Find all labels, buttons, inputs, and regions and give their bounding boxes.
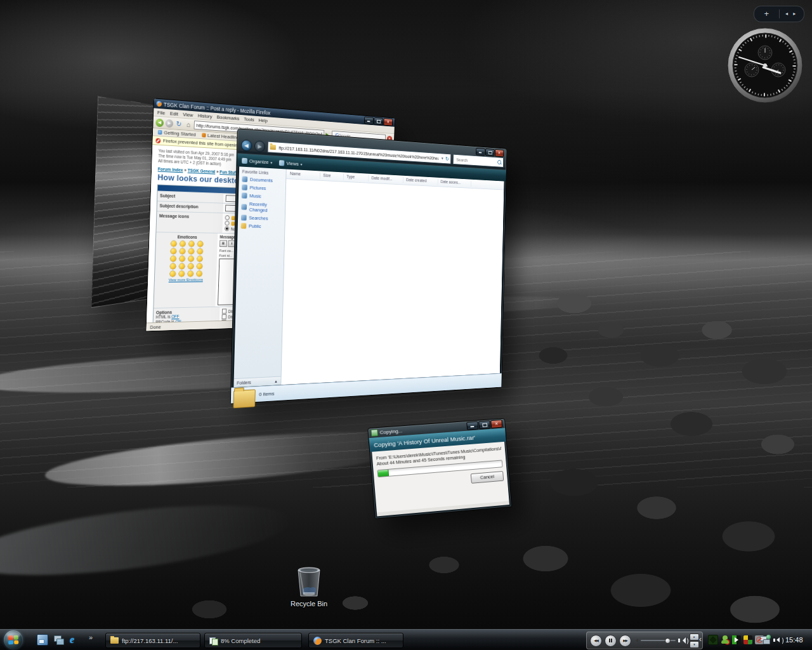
taskbar-button-firefox[interactable]: TSGK Clan Forum :: ... (308, 633, 403, 648)
tray-app-icon[interactable] (743, 635, 752, 644)
network-icon[interactable] (760, 635, 770, 644)
emoticon-icon[interactable] (197, 256, 202, 262)
cancel-button[interactable]: Cancel (471, 471, 504, 484)
column-name[interactable]: Name (290, 171, 301, 176)
column-type[interactable]: Type (346, 175, 355, 179)
menu-file[interactable]: File (157, 109, 166, 116)
pictures-icon (242, 185, 247, 190)
tray-messenger-icon[interactable] (721, 635, 730, 644)
column-date-accessed[interactable]: Date acces... (440, 180, 461, 185)
column-date-modified[interactable]: Date modif... (371, 176, 392, 181)
start-button[interactable] (4, 630, 23, 649)
gadget-page-arrows[interactable]: ◂ ▸ (780, 7, 804, 21)
next-track-button[interactable]: ▶▶ (619, 635, 631, 647)
emoticon-icon[interactable] (171, 241, 177, 246)
tray-media-icon[interactable] (732, 635, 741, 644)
emoticon-icon[interactable] (188, 249, 194, 255)
search-input[interactable] (455, 156, 496, 165)
popup-blocked-icon (155, 138, 160, 143)
views-button[interactable]: Views▾ (279, 160, 302, 167)
copy-dialog[interactable]: Copying... × Copying 'A History Of Unrea… (367, 418, 512, 519)
pause-button[interactable] (605, 635, 617, 647)
file-list-empty[interactable] (281, 179, 504, 385)
maximize-button[interactable] (478, 420, 490, 429)
volume-slider[interactable] (641, 640, 676, 641)
refresh-icon[interactable]: ↻ (445, 156, 449, 161)
firefox-icon (313, 637, 322, 645)
quick-launch-overflow-chevron[interactable]: » (89, 633, 93, 641)
menu-history[interactable]: History (198, 112, 213, 119)
explorer-window[interactable]: × ◀ ▶ ▼ ↻ Organize▾ Views▾ Favorite Link… (230, 128, 507, 404)
emoticon-icon[interactable] (188, 241, 194, 247)
emoticon-icon[interactable] (197, 241, 203, 247)
emoticon-icon[interactable] (171, 256, 176, 262)
view-more-emoticons-link[interactable]: View more Emoticons (155, 277, 216, 282)
minimize-button[interactable] (364, 117, 374, 125)
emoticon-icon[interactable] (170, 271, 176, 277)
maximize-button[interactable] (374, 117, 383, 126)
emoticon-icon[interactable] (197, 249, 203, 255)
breadcrumb-forum-index[interactable]: Forum Index (158, 167, 183, 173)
slider-thumb[interactable] (665, 638, 671, 644)
switch-windows-icon[interactable] (54, 635, 64, 645)
taskbar-button-ftp[interactable]: ftp://217.163.11.11/... (105, 633, 200, 648)
close-button[interactable]: × (384, 118, 393, 126)
menu-view[interactable]: View (183, 111, 193, 117)
emoticon-icon[interactable] (180, 241, 186, 247)
taskbar-clock[interactable]: 15:48 (785, 630, 803, 650)
tray-xfire-icon[interactable] (708, 635, 718, 645)
menu-tools[interactable]: Tools (244, 116, 254, 123)
breadcrumb-fun-stuff[interactable]: Fun Stuff (219, 169, 237, 175)
emoticon-icon[interactable] (179, 271, 185, 277)
volume-icon[interactable] (773, 636, 783, 644)
reload-icon[interactable]: ↻ (175, 119, 183, 128)
recycle-bin-icon (295, 565, 323, 598)
sidebar-item-recently-changed[interactable]: Recently Changed (238, 199, 285, 215)
emoticon-icon[interactable] (180, 256, 185, 262)
column-size[interactable]: Size (323, 173, 331, 178)
column-date-created[interactable]: Date created (406, 178, 426, 183)
add-gadget-button[interactable]: + (754, 7, 779, 21)
internet-explorer-icon[interactable]: e (70, 635, 74, 645)
emoticon-icon[interactable] (197, 271, 202, 277)
emoticon-icon[interactable] (188, 263, 193, 269)
emoticon-icon[interactable] (171, 248, 176, 254)
emoticon-icon[interactable] (188, 256, 194, 262)
taskbar-button-copy-progress[interactable]: 8% Completed (204, 633, 302, 648)
emoticon-icon[interactable] (171, 263, 176, 269)
menu-edit[interactable]: Edit (170, 110, 178, 117)
emoticon-icon[interactable] (188, 271, 193, 277)
organize-button[interactable]: Organize▾ (242, 157, 272, 165)
address-dropdown-icon[interactable]: ▼ (441, 157, 444, 161)
home-icon[interactable]: ⌂ (185, 120, 193, 129)
html-toggle-link[interactable]: OFF (171, 314, 179, 319)
clock-gadget[interactable] (726, 27, 804, 104)
close-button[interactable]: × (490, 420, 502, 428)
folder-icon (270, 145, 276, 150)
breadcrumb-tsgk-general[interactable]: TSGK General (188, 168, 216, 174)
deskband-restore-button[interactable]: ▸ (690, 633, 699, 640)
menu-bookmarks[interactable]: Bookmarks (217, 114, 240, 121)
close-button[interactable]: × (495, 149, 504, 157)
previous-track-button[interactable]: ◀◀ (590, 635, 602, 647)
deskband-expand-button[interactable]: ▾ (690, 641, 699, 648)
maximize-button[interactable] (485, 149, 494, 156)
back-icon[interactable]: ◀ (241, 140, 252, 152)
gadget-controls[interactable]: + ◂ ▸ (754, 6, 804, 22)
emoticons-title: Emoticons (156, 234, 218, 239)
feed-icon (202, 133, 206, 137)
emoticon-icon[interactable] (180, 248, 185, 254)
emoticon-icon[interactable] (197, 263, 202, 269)
back-icon[interactable]: ◀ (155, 118, 164, 127)
show-desktop-icon[interactable] (37, 634, 48, 646)
emoticon-icon[interactable] (180, 263, 185, 269)
forward-icon[interactable]: ▶ (254, 140, 265, 152)
minimize-button[interactable] (466, 421, 478, 430)
recycle-bin[interactable]: Recycle Bin (289, 565, 329, 607)
forward-icon[interactable]: ▶ (166, 119, 174, 128)
tray-collapse-chevron[interactable]: ‹ (699, 635, 702, 644)
minimize-button[interactable] (476, 148, 485, 156)
bold-button[interactable]: B (219, 240, 227, 247)
sidebar-item-public[interactable]: Public (238, 222, 285, 231)
menu-help[interactable]: Help (259, 117, 268, 124)
